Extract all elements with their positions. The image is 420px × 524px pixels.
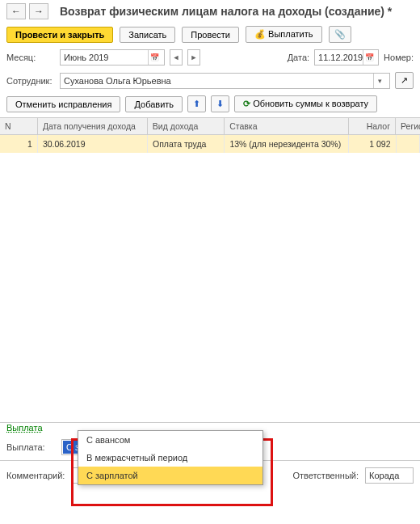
- calendar-icon[interactable]: 📅: [148, 50, 161, 65]
- attach-button[interactable]: 📎: [329, 26, 351, 43]
- payout-dropdown: С авансом В межрасчетный период С зарпла…: [78, 430, 263, 485]
- month-input[interactable]: Июнь 2019 📅: [60, 49, 165, 66]
- col-rate[interactable]: Ставка: [225, 118, 348, 134]
- month-label: Месяц:: [6, 53, 55, 62]
- nav-forward-button[interactable]: →: [29, 3, 48, 19]
- responsible-input[interactable]: Корада: [365, 467, 414, 484]
- add-button[interactable]: Добавить: [125, 96, 183, 112]
- move-up-button[interactable]: ⬆: [187, 95, 206, 112]
- paperclip-icon: 📎: [334, 29, 346, 39]
- employee-input[interactable]: Суханова Ольга Юрьевна ▾: [60, 73, 390, 89]
- pay-button[interactable]: 💰 Выплатить: [246, 26, 322, 43]
- date-label: Дата:: [288, 53, 309, 62]
- col-n[interactable]: N: [0, 118, 38, 134]
- col-type[interactable]: Вид дохода: [148, 118, 225, 134]
- table-row[interactable]: 1 30.06.2019 Оплата труда 13% (для нерез…: [0, 135, 420, 153]
- post-button[interactable]: Провести: [182, 27, 239, 43]
- number-label: Номер:: [384, 53, 414, 62]
- cancel-corrections-button[interactable]: Отменить исправления: [6, 96, 120, 112]
- date-input[interactable]: 11.12.2019 📅: [314, 49, 379, 66]
- month-prev-button[interactable]: ◄: [170, 49, 183, 66]
- responsible-label: Ответственный:: [292, 471, 359, 480]
- month-next-button[interactable]: ►: [187, 49, 200, 66]
- col-reg[interactable]: Регис: [396, 118, 420, 134]
- refresh-icon: ⟳: [243, 99, 250, 108]
- money-icon: 💰: [254, 29, 266, 39]
- page-title: Возврат физическим лицам налога на доход…: [60, 5, 392, 18]
- dropdown-option-selected[interactable]: С зарплатой: [78, 467, 262, 484]
- move-down-button[interactable]: ⬇: [211, 95, 229, 112]
- open-icon: ↗: [401, 75, 408, 85]
- col-tax[interactable]: Налог: [349, 118, 397, 134]
- save-button[interactable]: Записать: [120, 27, 175, 43]
- employee-label: Сотрудник:: [6, 76, 55, 86]
- payout-label: Выплата:: [6, 442, 55, 452]
- employee-open-button[interactable]: ↗: [395, 72, 414, 89]
- nav-back-button[interactable]: ←: [6, 3, 26, 19]
- income-table: N Дата получения дохода Вид дохода Ставк…: [0, 117, 420, 423]
- calendar-icon[interactable]: 📅: [363, 50, 375, 65]
- post-and-close-button[interactable]: Провести и закрыть: [6, 27, 113, 43]
- refresh-sums-button[interactable]: ⟳ Обновить суммы к возврату: [234, 95, 377, 112]
- col-date[interactable]: Дата получения дохода: [38, 118, 148, 134]
- comment-label: Комментарий:: [6, 471, 65, 480]
- chevron-down-icon[interactable]: ▾: [373, 74, 386, 88]
- dropdown-option[interactable]: В межрасчетный период: [78, 449, 262, 467]
- dropdown-option[interactable]: С авансом: [78, 431, 262, 449]
